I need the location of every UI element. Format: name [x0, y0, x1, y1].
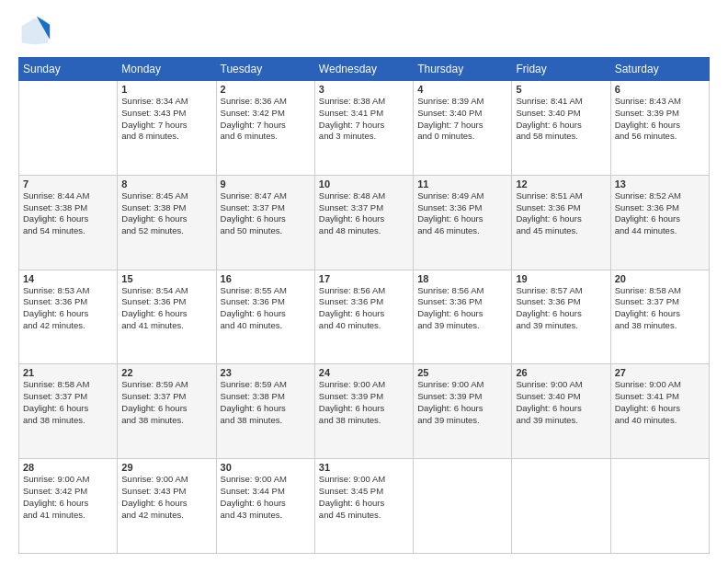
- day-info: Sunrise: 8:43 AM Sunset: 3:39 PM Dayligh…: [615, 96, 705, 143]
- day-number: 22: [121, 367, 211, 378]
- day-info: Sunrise: 8:55 AM Sunset: 3:36 PM Dayligh…: [221, 285, 311, 332]
- day-number: 25: [417, 367, 507, 378]
- day-number: 8: [121, 178, 211, 190]
- calendar-cell: 17Sunrise: 8:56 AM Sunset: 3:36 PM Dayli…: [314, 270, 413, 364]
- day-number: 29: [121, 462, 211, 473]
- calendar-header-row: SundayMondayTuesdayWednesdayThursdayFrid…: [19, 58, 710, 81]
- day-number: 24: [319, 367, 409, 378]
- calendar-cell: 30Sunrise: 9:00 AM Sunset: 3:44 PM Dayli…: [216, 459, 314, 554]
- day-info: Sunrise: 8:34 AM Sunset: 3:43 PM Dayligh…: [121, 96, 211, 143]
- day-number: 31: [319, 462, 409, 473]
- calendar-cell: 19Sunrise: 8:57 AM Sunset: 3:36 PM Dayli…: [512, 270, 610, 364]
- day-number: 1: [121, 84, 211, 95]
- day-of-week-header: Sunday: [19, 58, 118, 81]
- day-info: Sunrise: 8:48 AM Sunset: 3:37 PM Dayligh…: [319, 190, 409, 237]
- day-info: Sunrise: 8:56 AM Sunset: 3:36 PM Dayligh…: [417, 285, 507, 332]
- day-info: Sunrise: 8:56 AM Sunset: 3:36 PM Dayligh…: [319, 285, 409, 332]
- day-info: Sunrise: 9:00 AM Sunset: 3:39 PM Dayligh…: [417, 379, 507, 426]
- calendar-cell: [414, 459, 512, 554]
- calendar-cell: 29Sunrise: 9:00 AM Sunset: 3:43 PM Dayli…: [118, 459, 216, 554]
- calendar-week-row: 28Sunrise: 9:00 AM Sunset: 3:42 PM Dayli…: [19, 459, 710, 554]
- calendar-cell: 27Sunrise: 9:00 AM Sunset: 3:41 PM Dayli…: [610, 364, 709, 459]
- day-number: 6: [615, 84, 705, 95]
- day-number: 17: [319, 273, 409, 284]
- day-info: Sunrise: 8:58 AM Sunset: 3:37 PM Dayligh…: [23, 379, 113, 426]
- day-info: Sunrise: 9:00 AM Sunset: 3:41 PM Dayligh…: [615, 379, 705, 426]
- day-of-week-header: Saturday: [610, 58, 709, 81]
- calendar-cell: 28Sunrise: 9:00 AM Sunset: 3:42 PM Dayli…: [19, 459, 118, 554]
- day-info: Sunrise: 8:51 AM Sunset: 3:36 PM Dayligh…: [516, 190, 606, 237]
- day-info: Sunrise: 9:00 AM Sunset: 3:44 PM Dayligh…: [221, 474, 311, 521]
- calendar-cell: 3Sunrise: 8:38 AM Sunset: 3:41 PM Daylig…: [314, 81, 413, 176]
- calendar-cell: 25Sunrise: 9:00 AM Sunset: 3:39 PM Dayli…: [414, 364, 512, 459]
- calendar-cell: 4Sunrise: 8:39 AM Sunset: 3:40 PM Daylig…: [414, 81, 512, 176]
- day-number: 15: [121, 273, 211, 284]
- day-number: 10: [319, 178, 409, 190]
- day-info: Sunrise: 8:39 AM Sunset: 3:40 PM Dayligh…: [417, 96, 507, 143]
- calendar-cell: 31Sunrise: 9:00 AM Sunset: 3:45 PM Dayli…: [314, 459, 413, 554]
- calendar-cell: 24Sunrise: 9:00 AM Sunset: 3:39 PM Dayli…: [314, 364, 413, 459]
- calendar-week-row: 14Sunrise: 8:53 AM Sunset: 3:36 PM Dayli…: [19, 270, 710, 364]
- day-info: Sunrise: 8:38 AM Sunset: 3:41 PM Dayligh…: [319, 96, 409, 143]
- calendar-cell: 14Sunrise: 8:53 AM Sunset: 3:36 PM Dayli…: [19, 270, 118, 364]
- header: [18, 15, 710, 48]
- day-number: 2: [221, 84, 311, 95]
- day-number: 23: [221, 367, 311, 378]
- calendar-cell: 26Sunrise: 9:00 AM Sunset: 3:40 PM Dayli…: [512, 364, 610, 459]
- day-info: Sunrise: 8:44 AM Sunset: 3:38 PM Dayligh…: [23, 190, 113, 237]
- day-info: Sunrise: 8:41 AM Sunset: 3:40 PM Dayligh…: [516, 96, 606, 143]
- calendar-cell: 2Sunrise: 8:36 AM Sunset: 3:42 PM Daylig…: [216, 81, 314, 176]
- logo: [18, 15, 55, 48]
- calendar-table: SundayMondayTuesdayWednesdayThursdayFrid…: [18, 57, 710, 554]
- day-number: 12: [516, 178, 606, 190]
- calendar-cell: 1Sunrise: 8:34 AM Sunset: 3:43 PM Daylig…: [118, 81, 216, 176]
- day-info: Sunrise: 9:00 AM Sunset: 3:45 PM Dayligh…: [319, 474, 409, 521]
- calendar-cell: 15Sunrise: 8:54 AM Sunset: 3:36 PM Dayli…: [118, 270, 216, 364]
- day-number: 16: [221, 273, 311, 284]
- day-number: 3: [319, 84, 409, 95]
- calendar-cell: 6Sunrise: 8:43 AM Sunset: 3:39 PM Daylig…: [610, 81, 709, 176]
- day-info: Sunrise: 8:58 AM Sunset: 3:37 PM Dayligh…: [615, 285, 705, 332]
- day-info: Sunrise: 8:59 AM Sunset: 3:37 PM Dayligh…: [121, 379, 211, 426]
- day-number: 4: [417, 84, 507, 95]
- calendar-cell: 21Sunrise: 8:58 AM Sunset: 3:37 PM Dayli…: [19, 364, 118, 459]
- day-number: 9: [221, 178, 311, 190]
- day-info: Sunrise: 9:00 AM Sunset: 3:40 PM Dayligh…: [516, 379, 606, 426]
- day-info: Sunrise: 8:54 AM Sunset: 3:36 PM Dayligh…: [121, 285, 211, 332]
- day-of-week-header: Monday: [118, 58, 216, 81]
- day-info: Sunrise: 9:00 AM Sunset: 3:42 PM Dayligh…: [23, 474, 113, 521]
- day-of-week-header: Friday: [512, 58, 610, 81]
- day-info: Sunrise: 9:00 AM Sunset: 3:39 PM Dayligh…: [319, 379, 409, 426]
- calendar-cell: 9Sunrise: 8:47 AM Sunset: 3:37 PM Daylig…: [216, 175, 314, 270]
- calendar-cell: [512, 459, 610, 554]
- day-number: 26: [516, 367, 606, 378]
- day-number: 18: [417, 273, 507, 284]
- day-number: 28: [23, 462, 113, 473]
- calendar-cell: 12Sunrise: 8:51 AM Sunset: 3:36 PM Dayli…: [512, 175, 610, 270]
- calendar-week-row: 1Sunrise: 8:34 AM Sunset: 3:43 PM Daylig…: [19, 81, 710, 176]
- calendar-cell: [610, 459, 709, 554]
- calendar-cell: 22Sunrise: 8:59 AM Sunset: 3:37 PM Dayli…: [118, 364, 216, 459]
- day-of-week-header: Wednesday: [314, 58, 413, 81]
- day-number: 20: [615, 273, 705, 284]
- calendar-cell: 20Sunrise: 8:58 AM Sunset: 3:37 PM Dayli…: [610, 270, 709, 364]
- calendar-cell: 11Sunrise: 8:49 AM Sunset: 3:36 PM Dayli…: [414, 175, 512, 270]
- day-number: 11: [417, 178, 507, 190]
- day-info: Sunrise: 8:49 AM Sunset: 3:36 PM Dayligh…: [417, 190, 507, 237]
- day-info: Sunrise: 9:00 AM Sunset: 3:43 PM Dayligh…: [121, 474, 211, 521]
- calendar-cell: 16Sunrise: 8:55 AM Sunset: 3:36 PM Dayli…: [216, 270, 314, 364]
- day-number: 14: [23, 273, 113, 284]
- day-number: 30: [221, 462, 311, 473]
- day-number: 7: [23, 178, 113, 190]
- day-number: 19: [516, 273, 606, 284]
- calendar-cell: 7Sunrise: 8:44 AM Sunset: 3:38 PM Daylig…: [19, 175, 118, 270]
- page: SundayMondayTuesdayWednesdayThursdayFrid…: [0, 0, 728, 563]
- day-info: Sunrise: 8:53 AM Sunset: 3:36 PM Dayligh…: [23, 285, 113, 332]
- day-info: Sunrise: 8:52 AM Sunset: 3:36 PM Dayligh…: [615, 190, 705, 237]
- calendar-cell: 5Sunrise: 8:41 AM Sunset: 3:40 PM Daylig…: [512, 81, 610, 176]
- day-info: Sunrise: 8:36 AM Sunset: 3:42 PM Dayligh…: [221, 96, 311, 143]
- day-info: Sunrise: 8:45 AM Sunset: 3:38 PM Dayligh…: [121, 190, 211, 237]
- calendar-week-row: 21Sunrise: 8:58 AM Sunset: 3:37 PM Dayli…: [19, 364, 710, 459]
- day-info: Sunrise: 8:59 AM Sunset: 3:38 PM Dayligh…: [221, 379, 311, 426]
- day-number: 5: [516, 84, 606, 95]
